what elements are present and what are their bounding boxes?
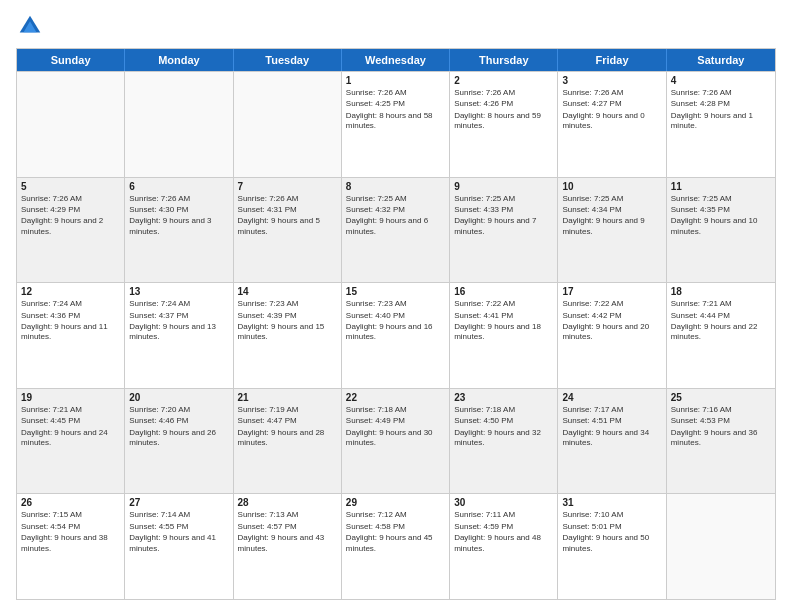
daylight-text: Daylight: 9 hours and 34 minutes. <box>562 428 661 449</box>
cal-cell-4-3: 29Sunrise: 7:12 AMSunset: 4:58 PMDayligh… <box>342 494 450 599</box>
sunset-text: Sunset: 4:44 PM <box>671 311 771 321</box>
header-day-tuesday: Tuesday <box>234 49 342 71</box>
logo-icon <box>16 12 44 40</box>
daylight-text: Daylight: 9 hours and 6 minutes. <box>346 216 445 237</box>
day-number: 28 <box>238 497 337 508</box>
day-number: 24 <box>562 392 661 403</box>
sunset-text: Sunset: 4:59 PM <box>454 522 553 532</box>
day-number: 10 <box>562 181 661 192</box>
calendar: SundayMondayTuesdayWednesdayThursdayFrid… <box>16 48 776 600</box>
daylight-text: Daylight: 9 hours and 11 minutes. <box>21 322 120 343</box>
daylight-text: Daylight: 9 hours and 36 minutes. <box>671 428 771 449</box>
day-number: 17 <box>562 286 661 297</box>
day-number: 16 <box>454 286 553 297</box>
day-number: 9 <box>454 181 553 192</box>
sunset-text: Sunset: 4:41 PM <box>454 311 553 321</box>
day-number: 3 <box>562 75 661 86</box>
calendar-row-3: 19Sunrise: 7:21 AMSunset: 4:45 PMDayligh… <box>17 388 775 494</box>
cal-cell-0-0 <box>17 72 125 177</box>
sunrise-text: Sunrise: 7:15 AM <box>21 510 120 520</box>
calendar-row-0: 1Sunrise: 7:26 AMSunset: 4:25 PMDaylight… <box>17 71 775 177</box>
daylight-text: Daylight: 9 hours and 45 minutes. <box>346 533 445 554</box>
daylight-text: Daylight: 9 hours and 10 minutes. <box>671 216 771 237</box>
page: SundayMondayTuesdayWednesdayThursdayFrid… <box>0 0 792 612</box>
daylight-text: Daylight: 9 hours and 13 minutes. <box>129 322 228 343</box>
cal-cell-2-2: 14Sunrise: 7:23 AMSunset: 4:39 PMDayligh… <box>234 283 342 388</box>
daylight-text: Daylight: 9 hours and 32 minutes. <box>454 428 553 449</box>
cal-cell-2-4: 16Sunrise: 7:22 AMSunset: 4:41 PMDayligh… <box>450 283 558 388</box>
daylight-text: Daylight: 8 hours and 59 minutes. <box>454 111 553 132</box>
sunrise-text: Sunrise: 7:23 AM <box>238 299 337 309</box>
sunset-text: Sunset: 4:49 PM <box>346 416 445 426</box>
sunrise-text: Sunrise: 7:23 AM <box>346 299 445 309</box>
day-number: 30 <box>454 497 553 508</box>
sunset-text: Sunset: 4:29 PM <box>21 205 120 215</box>
header <box>16 12 776 40</box>
daylight-text: Daylight: 9 hours and 3 minutes. <box>129 216 228 237</box>
day-number: 2 <box>454 75 553 86</box>
sunset-text: Sunset: 4:50 PM <box>454 416 553 426</box>
cal-cell-2-3: 15Sunrise: 7:23 AMSunset: 4:40 PMDayligh… <box>342 283 450 388</box>
daylight-text: Daylight: 9 hours and 43 minutes. <box>238 533 337 554</box>
daylight-text: Daylight: 9 hours and 1 minute. <box>671 111 771 132</box>
sunrise-text: Sunrise: 7:26 AM <box>454 88 553 98</box>
cal-cell-4-0: 26Sunrise: 7:15 AMSunset: 4:54 PMDayligh… <box>17 494 125 599</box>
logo <box>16 12 48 40</box>
sunrise-text: Sunrise: 7:20 AM <box>129 405 228 415</box>
day-number: 25 <box>671 392 771 403</box>
daylight-text: Daylight: 9 hours and 9 minutes. <box>562 216 661 237</box>
daylight-text: Daylight: 9 hours and 22 minutes. <box>671 322 771 343</box>
daylight-text: Daylight: 9 hours and 20 minutes. <box>562 322 661 343</box>
sunset-text: Sunset: 4:57 PM <box>238 522 337 532</box>
cal-cell-0-1 <box>125 72 233 177</box>
day-number: 15 <box>346 286 445 297</box>
daylight-text: Daylight: 9 hours and 50 minutes. <box>562 533 661 554</box>
cal-cell-4-5: 31Sunrise: 7:10 AMSunset: 5:01 PMDayligh… <box>558 494 666 599</box>
daylight-text: Daylight: 9 hours and 16 minutes. <box>346 322 445 343</box>
sunset-text: Sunset: 4:31 PM <box>238 205 337 215</box>
calendar-row-4: 26Sunrise: 7:15 AMSunset: 4:54 PMDayligh… <box>17 493 775 599</box>
sunrise-text: Sunrise: 7:21 AM <box>21 405 120 415</box>
sunrise-text: Sunrise: 7:21 AM <box>671 299 771 309</box>
daylight-text: Daylight: 9 hours and 28 minutes. <box>238 428 337 449</box>
daylight-text: Daylight: 9 hours and 26 minutes. <box>129 428 228 449</box>
cal-cell-0-3: 1Sunrise: 7:26 AMSunset: 4:25 PMDaylight… <box>342 72 450 177</box>
sunrise-text: Sunrise: 7:18 AM <box>454 405 553 415</box>
sunrise-text: Sunrise: 7:26 AM <box>671 88 771 98</box>
sunrise-text: Sunrise: 7:26 AM <box>129 194 228 204</box>
cal-cell-4-6 <box>667 494 775 599</box>
sunrise-text: Sunrise: 7:22 AM <box>454 299 553 309</box>
cal-cell-2-6: 18Sunrise: 7:21 AMSunset: 4:44 PMDayligh… <box>667 283 775 388</box>
cal-cell-1-4: 9Sunrise: 7:25 AMSunset: 4:33 PMDaylight… <box>450 178 558 283</box>
sunset-text: Sunset: 4:51 PM <box>562 416 661 426</box>
sunset-text: Sunset: 4:28 PM <box>671 99 771 109</box>
sunset-text: Sunset: 4:25 PM <box>346 99 445 109</box>
sunset-text: Sunset: 4:53 PM <box>671 416 771 426</box>
cal-cell-0-5: 3Sunrise: 7:26 AMSunset: 4:27 PMDaylight… <box>558 72 666 177</box>
daylight-text: Daylight: 9 hours and 5 minutes. <box>238 216 337 237</box>
cal-cell-1-3: 8Sunrise: 7:25 AMSunset: 4:32 PMDaylight… <box>342 178 450 283</box>
daylight-text: Daylight: 9 hours and 38 minutes. <box>21 533 120 554</box>
sunrise-text: Sunrise: 7:10 AM <box>562 510 661 520</box>
sunset-text: Sunset: 4:34 PM <box>562 205 661 215</box>
daylight-text: Daylight: 8 hours and 58 minutes. <box>346 111 445 132</box>
sunset-text: Sunset: 4:33 PM <box>454 205 553 215</box>
cal-cell-2-5: 17Sunrise: 7:22 AMSunset: 4:42 PMDayligh… <box>558 283 666 388</box>
sunset-text: Sunset: 4:26 PM <box>454 99 553 109</box>
cal-cell-3-6: 25Sunrise: 7:16 AMSunset: 4:53 PMDayligh… <box>667 389 775 494</box>
cal-cell-4-2: 28Sunrise: 7:13 AMSunset: 4:57 PMDayligh… <box>234 494 342 599</box>
sunrise-text: Sunrise: 7:26 AM <box>21 194 120 204</box>
sunset-text: Sunset: 4:42 PM <box>562 311 661 321</box>
sunset-text: Sunset: 4:47 PM <box>238 416 337 426</box>
sunset-text: Sunset: 4:39 PM <box>238 311 337 321</box>
daylight-text: Daylight: 9 hours and 0 minutes. <box>562 111 661 132</box>
header-day-friday: Friday <box>558 49 666 71</box>
cal-cell-3-3: 22Sunrise: 7:18 AMSunset: 4:49 PMDayligh… <box>342 389 450 494</box>
sunset-text: Sunset: 4:27 PM <box>562 99 661 109</box>
sunrise-text: Sunrise: 7:18 AM <box>346 405 445 415</box>
day-number: 19 <box>21 392 120 403</box>
day-number: 8 <box>346 181 445 192</box>
sunset-text: Sunset: 4:36 PM <box>21 311 120 321</box>
header-day-wednesday: Wednesday <box>342 49 450 71</box>
header-day-monday: Monday <box>125 49 233 71</box>
